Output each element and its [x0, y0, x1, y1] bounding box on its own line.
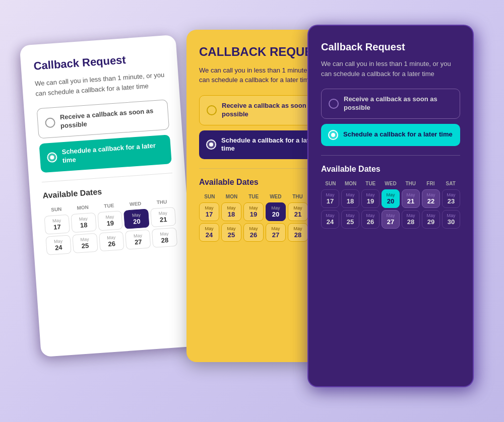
date-cell[interactable]: May24 — [321, 210, 339, 229]
date-cell[interactable]: May25 — [221, 223, 241, 242]
date-cell[interactable]: May29 — [422, 210, 440, 229]
card-right-divider — [321, 155, 460, 156]
day-wed: WED — [381, 181, 400, 186]
day-wed: WED — [265, 194, 286, 199]
card-left-section-title: Available Dates — [42, 182, 174, 200]
date-cell[interactable]: May17 — [321, 189, 339, 208]
date-cell[interactable]: May28 — [402, 210, 420, 229]
radio-unselected — [207, 105, 217, 115]
date-cell-highlighted[interactable]: May22 — [422, 189, 440, 208]
day-mon: MON — [341, 181, 360, 186]
date-cell[interactable]: May28 — [152, 228, 177, 248]
card-right-title: Callback Request — [321, 41, 460, 53]
card-left-option2-label: Schedule a callback for a later time — [61, 141, 164, 165]
date-cell-highlighted[interactable]: May27 — [382, 210, 400, 229]
date-cell[interactable]: May24 — [199, 223, 219, 242]
date-cell[interactable]: May17 — [199, 202, 219, 221]
day-tue: TUE — [361, 181, 380, 186]
day-fri: FRI — [421, 181, 440, 186]
day-wed: WED — [122, 200, 148, 207]
date-cell[interactable]: May18 — [71, 213, 96, 233]
day-sat: SAT — [441, 181, 460, 186]
date-cell[interactable]: May27 — [266, 223, 286, 242]
radio-selected — [328, 130, 338, 140]
day-sun: SUN — [43, 205, 69, 213]
card-left-calendar: SUN MON TUE WED THU May17 May18 May19 Ma… — [43, 198, 177, 255]
date-cell[interactable]: May18 — [341, 189, 359, 208]
day-thu: THU — [149, 198, 174, 205]
card-right-option1-label: Receive a callback as soon as possible — [344, 95, 453, 112]
card-right-option1[interactable]: Receive a callback as soon as possible — [321, 89, 460, 119]
date-cell-highlighted[interactable]: May21 — [402, 189, 420, 208]
card-left-title: Callback Request — [33, 51, 165, 73]
date-cell[interactable]: May19 — [243, 202, 264, 221]
radio-unselected — [45, 117, 55, 128]
day-thu: THU — [401, 181, 420, 186]
date-cell[interactable]: May23 — [442, 189, 460, 208]
cal-right-header: SUN MON TUE WED THU FRI SAT — [321, 181, 460, 186]
date-cell[interactable]: May25 — [72, 233, 98, 253]
card-left-option2[interactable]: Schedule a callback for a later time — [39, 134, 171, 173]
card-right-option2-label: Schedule a callback for a later time — [343, 130, 453, 139]
date-cell-selected[interactable]: May20 — [123, 208, 149, 229]
card-right-section-title: Available Dates — [321, 165, 460, 174]
date-cell[interactable]: May18 — [221, 202, 241, 221]
radio-selected — [47, 152, 57, 163]
date-cell[interactable]: May24 — [45, 235, 71, 255]
day-sun: SUN — [199, 194, 220, 199]
date-cell[interactable]: May26 — [243, 223, 264, 242]
day-thu: THU — [287, 194, 308, 199]
card-left-divider — [42, 173, 172, 182]
date-cell[interactable]: May21 — [288, 202, 308, 221]
date-cell[interactable]: May17 — [44, 215, 70, 235]
date-cell-selected[interactable]: May20 — [382, 189, 400, 208]
cal-right-row1: May17 May18 May19 May20 May21 May22 May2… — [321, 189, 460, 208]
card-left-option1-label: Receive a callback as soon as possible — [59, 107, 161, 131]
date-cell-selected[interactable]: May20 — [266, 202, 286, 221]
date-cell[interactable]: May26 — [99, 231, 124, 251]
radio-selected — [206, 139, 216, 150]
date-cell[interactable]: May27 — [125, 229, 151, 249]
date-cell[interactable]: May30 — [442, 210, 460, 229]
card-right: Callback Request We can call you in less… — [307, 25, 474, 387]
day-mon: MON — [221, 194, 242, 199]
date-cell[interactable]: May21 — [150, 207, 176, 227]
date-cell[interactable]: May19 — [97, 210, 123, 231]
card-left-option1[interactable]: Receive a callback as soon as possible — [37, 100, 170, 139]
radio-unselected — [329, 99, 339, 109]
date-cell[interactable]: May26 — [361, 210, 380, 229]
card-left: Callback Request We can call you in less… — [20, 35, 197, 357]
date-cell[interactable]: May28 — [288, 223, 308, 242]
date-cell[interactable]: May25 — [341, 210, 359, 229]
date-cell[interactable]: May19 — [361, 189, 380, 208]
cal-right-row2: May24 May25 May26 May27 May28 May29 May3… — [321, 210, 460, 229]
day-tue: TUE — [243, 194, 264, 199]
card-right-calendar: SUN MON TUE WED THU FRI SAT May17 May18 … — [321, 181, 460, 229]
day-sun: SUN — [321, 181, 340, 186]
card-right-description: We can call you in less than 1 minute, o… — [321, 59, 460, 79]
day-tue: TUE — [96, 202, 122, 209]
cards-container: Callback Request We can call you in less… — [25, 15, 479, 407]
card-right-option2[interactable]: Schedule a callback for a later time — [321, 124, 460, 146]
card-left-description: We can call you in less than 1 minute, o… — [34, 70, 166, 99]
day-mon: MON — [70, 204, 96, 211]
